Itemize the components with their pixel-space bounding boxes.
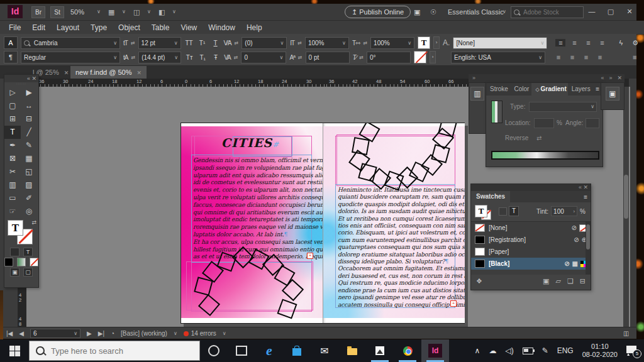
start-button[interactable]: [0, 339, 29, 362]
zoom-tool[interactable]: ◎: [21, 205, 37, 218]
tab-close-icon[interactable]: ✕: [64, 70, 69, 76]
workspace-chevron-icon[interactable]: ∨: [502, 4, 506, 20]
content-collector-tool[interactable]: ⊞: [4, 112, 21, 126]
publish-online-button[interactable]: ↥ Publish Online: [345, 6, 411, 18]
font-family-field[interactable]: Cambria ∨: [21, 37, 120, 49]
align-button-1[interactable]: ≡: [553, 53, 564, 61]
lightning-icon[interactable]: ϟ: [619, 39, 623, 47]
first-page-button[interactable]: |◀: [6, 330, 13, 337]
tab-stroke[interactable]: Stroke: [486, 83, 511, 96]
page-tool[interactable]: ▢: [4, 99, 21, 112]
tracking-stepper[interactable]: ⇄: [234, 55, 238, 60]
pen-tool[interactable]: ✒: [4, 139, 21, 152]
panel-menu-icon[interactable]: ≡: [633, 53, 636, 61]
character-style-field[interactable]: [None]∨: [453, 37, 547, 49]
fill-color-swatch[interactable]: T: [418, 36, 430, 49]
leading-stepper[interactable]: ⇄: [131, 55, 135, 60]
strikethrough-button[interactable]: Ŧ: [211, 54, 221, 61]
swatch-row-registration[interactable]: [Registration]⊘⊕: [471, 234, 591, 246]
language-indicator[interactable]: ENG: [557, 346, 574, 355]
expand-icon[interactable]: »: [609, 74, 612, 82]
panel-dock-right[interactable]: ▣: [601, 82, 625, 110]
view-options-icon[interactable]: ▦: [108, 4, 114, 20]
cortana-button[interactable]: [200, 339, 228, 362]
menu-help[interactable]: Help: [247, 23, 262, 32]
horizontal-scale-stepper[interactable]: ⇄: [363, 40, 367, 46]
taskbar-search[interactable]: [29, 341, 200, 361]
preflight-chevron-icon[interactable]: ∨: [174, 331, 177, 336]
all-caps-button[interactable]: TT: [184, 40, 194, 47]
zoom-chevron-icon[interactable]: ∨: [97, 4, 101, 20]
apply-gradient-button[interactable]: [17, 258, 26, 266]
view-options-chevron-icon[interactable]: ∨: [122, 4, 126, 20]
delete-swatch-icon[interactable]: ⊟: [580, 277, 586, 285]
pen-icon[interactable]: ✎: [542, 346, 548, 355]
overset-text-icon[interactable]: +: [307, 253, 313, 259]
arrange-docs-chevron-icon[interactable]: ∨: [172, 4, 176, 20]
angle-field[interactable]: [586, 118, 599, 128]
menu-object[interactable]: Object: [118, 23, 140, 32]
language-field[interactable]: English: USA∨: [451, 52, 545, 63]
expand-icon[interactable]: »: [472, 75, 475, 81]
close-icon[interactable]: ✕: [617, 74, 622, 82]
menu-file[interactable]: File: [9, 23, 21, 32]
type-tool[interactable]: T: [4, 126, 21, 139]
tab-color[interactable]: Color: [511, 83, 532, 96]
menu-window[interactable]: Window: [208, 23, 235, 32]
edge-button[interactable]: e: [255, 339, 283, 362]
gap-tool[interactable]: ↔: [21, 99, 37, 112]
panel-dock-left[interactable]: ▥: [469, 82, 486, 134]
page-number-field[interactable]: 6∨: [30, 329, 80, 338]
panel-menu-icon[interactable]: ≡: [580, 191, 591, 202]
character-formatting-button[interactable]: A: [4, 36, 18, 49]
tab-layers[interactable]: Layers: [568, 83, 593, 96]
preflight-icon[interactable]: ◔: [111, 330, 114, 337]
mail-button[interactable]: ✉: [311, 339, 338, 362]
gradient-ramp[interactable]: [491, 151, 599, 160]
normal-view-button[interactable]: ▣: [10, 268, 19, 277]
new-folder-icon[interactable]: ▱: [555, 277, 560, 285]
gradient-thumbnail[interactable]: [491, 101, 502, 123]
vertical-scale-field[interactable]: 100%∨: [305, 37, 349, 49]
file-explorer-button[interactable]: [338, 339, 366, 362]
superscript-button[interactable]: T¹: [197, 40, 208, 47]
next-page-button[interactable]: ▶: [87, 330, 92, 337]
close-button[interactable]: ✕: [623, 6, 636, 17]
fill-stroke-indicator[interactable]: T ⇄: [4, 218, 38, 247]
gear-icon[interactable]: ⚙: [632, 39, 638, 47]
font-size-field[interactable]: 12 pt∨: [138, 37, 181, 49]
swatch-row-none[interactable]: [None]⊘: [471, 222, 591, 234]
book-panel-icon[interactable]: ▣: [606, 87, 619, 101]
baseline-shift-field[interactable]: 0 pt: [306, 52, 350, 63]
gradient-feather-tool[interactable]: ▨: [21, 178, 37, 192]
direct-selection-tool[interactable]: ▶: [21, 86, 37, 99]
menu-view[interactable]: View: [180, 23, 197, 32]
skew-stepper[interactable]: ⇄: [359, 55, 364, 60]
store-button[interactable]: [283, 339, 311, 362]
formatting-affects-text-button[interactable]: T: [509, 206, 519, 216]
swatch-row-paper[interactable]: [Paper]: [471, 246, 591, 258]
menu-edit[interactable]: Edit: [32, 23, 45, 32]
errors-chevron-icon[interactable]: ∨: [223, 331, 226, 336]
menu-table[interactable]: Table: [152, 23, 170, 32]
preflight-profile[interactable]: [Basic] (working): [121, 330, 167, 337]
close-icon[interactable]: ✕: [583, 184, 588, 190]
collapse-icon[interactable]: «: [27, 75, 30, 82]
fill-proxy[interactable]: T: [475, 205, 487, 217]
eyedropper-tool[interactable]: ✐: [21, 192, 37, 205]
new-swatch-icon[interactable]: ❏: [567, 277, 574, 285]
collapse-icon[interactable]: «: [601, 74, 604, 82]
align-button-2[interactable]: ≡: [569, 39, 579, 47]
collapse-icon[interactable]: «: [579, 184, 582, 190]
align-button-3[interactable]: ≡: [581, 53, 591, 61]
document-spread[interactable]: CITIES# Gendessin nis si ommo blam, offi…: [180, 123, 465, 324]
horizontal-scale-field[interactable]: 100%∨: [370, 37, 414, 49]
photos-button[interactable]: [366, 339, 394, 362]
align-button-4[interactable]: ≡: [597, 39, 607, 47]
scissors-tool[interactable]: ✂: [4, 165, 21, 178]
pencil-tool[interactable]: ✎: [21, 139, 37, 152]
free-transform-tool[interactable]: ◱: [21, 165, 37, 178]
indesign-taskbar-button[interactable]: Id: [421, 339, 449, 362]
zoom-level-value[interactable]: 50%: [70, 4, 84, 20]
apply-none-button[interactable]: [30, 258, 38, 266]
